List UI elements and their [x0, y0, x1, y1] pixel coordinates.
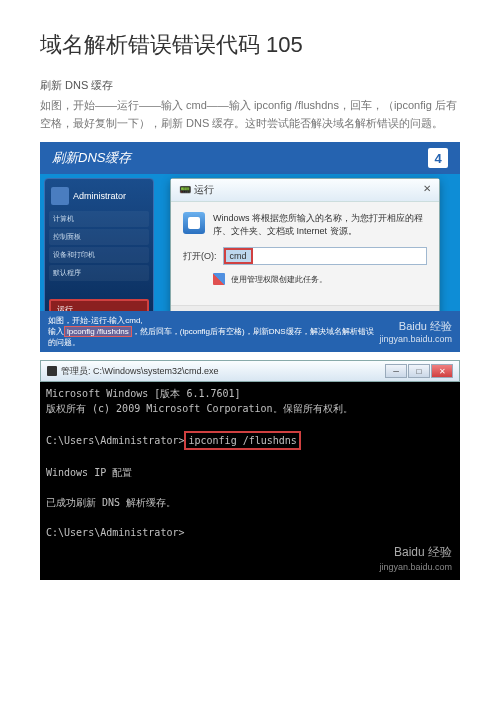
- screenshot-run-dialog: 刷新DNS缓存 4 Administrator 计算机 控制面板 设备和打印机 …: [40, 142, 460, 352]
- banner-footer: 如图，开始-运行-输入cmd, 输入ipconfig /flushdns，然后回…: [40, 311, 460, 352]
- run-icon: [183, 212, 205, 234]
- footer-line2: 输入ipconfig /flushdns，然后回车，(ipconfig后有空格)…: [48, 326, 379, 348]
- minimize-icon: ─: [385, 364, 407, 378]
- shield-icon: [213, 273, 225, 285]
- description-text: 如图，开始——运行——输入 cmd——输入 ipconfig /flushdns…: [40, 97, 460, 132]
- cmd-line: [46, 450, 454, 465]
- cmd-line: Microsoft Windows [版本 6.1.7601]: [46, 386, 454, 401]
- section-subtitle: 刷新 DNS 缓存: [40, 78, 460, 93]
- cmd-output: Microsoft Windows [版本 6.1.7601] 版权所有 (c)…: [40, 382, 460, 580]
- run-titlebar: 📟 运行 ✕: [171, 179, 439, 202]
- cmd-line: [46, 416, 454, 431]
- cmd-line: 版权所有 (c) 2009 Microsoft Corporation。保留所有…: [46, 401, 454, 416]
- open-label: 打开(O):: [183, 250, 217, 263]
- start-menu-item: 默认程序: [49, 265, 149, 281]
- start-menu-item: 计算机: [49, 211, 149, 227]
- step-number: 4: [428, 148, 448, 168]
- page-title: 域名解析错误错误代码 105: [40, 30, 460, 60]
- cmd-line: C:\Users\Administrator>ipconfig /flushdn…: [46, 431, 454, 450]
- admin-text: 使用管理权限创建此任务。: [231, 274, 327, 285]
- watermark: Baidu 经验 jingyan.baidu.com: [379, 543, 452, 575]
- cmd-title: 管理员: C:\Windows\system32\cmd.exe: [61, 365, 219, 378]
- user-name: Administrator: [73, 191, 126, 201]
- start-menu: Administrator 计算机 控制面板 设备和打印机 默认程序 运行...: [44, 178, 154, 322]
- start-menu-item: 控制面板: [49, 229, 149, 245]
- run-input-value: cmd: [224, 248, 253, 264]
- run-hint-text: Windows 将根据您所输入的名称，为您打开相应的程序、文件夹、文档或 Int…: [213, 212, 427, 237]
- cmd-line: Windows IP 配置: [46, 465, 454, 480]
- maximize-icon: □: [408, 364, 430, 378]
- cmd-line: 已成功刷新 DNS 解析缓存。: [46, 495, 454, 510]
- banner-title: 刷新DNS缓存: [52, 149, 131, 167]
- avatar: [51, 187, 69, 205]
- close-icon: ✕: [423, 183, 431, 197]
- close-icon: ✕: [431, 364, 453, 378]
- run-input: cmd: [223, 247, 428, 265]
- cmd-line: [46, 510, 454, 525]
- cmd-titlebar: 管理员: C:\Windows\system32\cmd.exe ─ □ ✕: [40, 360, 460, 382]
- screenshot-cmd: 管理员: C:\Windows\system32\cmd.exe ─ □ ✕ M…: [40, 360, 460, 578]
- banner-header: 刷新DNS缓存 4: [40, 142, 460, 174]
- start-menu-user: Administrator: [49, 183, 149, 209]
- start-menu-item: 设备和打印机: [49, 247, 149, 263]
- footer-line1: 如图，开始-运行-输入cmd,: [48, 315, 379, 326]
- watermark: Baidu 经验 jingyan.baidu.com: [379, 319, 452, 344]
- run-dialog-title: 📟 运行: [179, 183, 214, 197]
- cmd-icon: [47, 366, 57, 376]
- cmd-line: [46, 480, 454, 495]
- cmd-highlight: ipconfig /flushdns: [184, 431, 300, 450]
- cmd-line: C:\Users\Administrator>: [46, 525, 454, 540]
